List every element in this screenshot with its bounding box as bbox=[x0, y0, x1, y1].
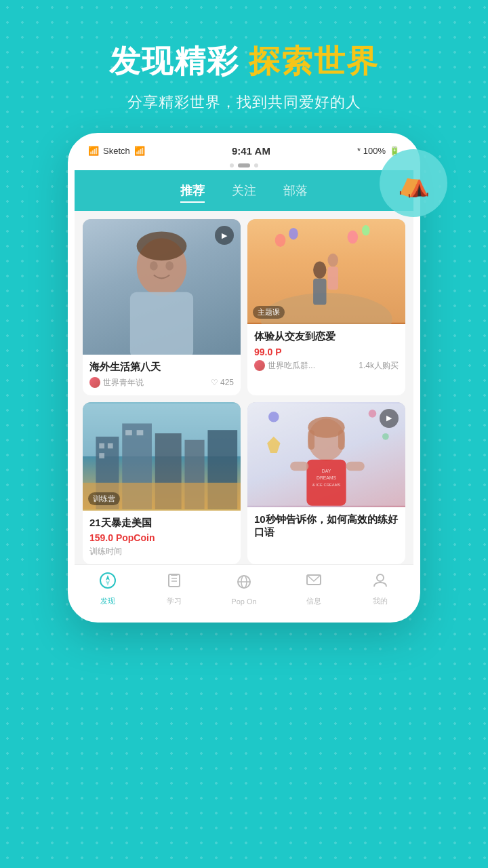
svg-rect-35 bbox=[338, 430, 345, 450]
scroll-indicator bbox=[75, 159, 413, 170]
svg-point-29 bbox=[369, 409, 377, 417]
app-tabs: 推荐 关注 部落 bbox=[75, 177, 413, 211]
phone-screen: 📶 Sketch 📶 9:41 AM * 100% 🔋 推荐 关注 部落 bbox=[68, 133, 420, 623]
nav-profile[interactable]: 我的 bbox=[371, 572, 389, 606]
svg-rect-25 bbox=[137, 430, 144, 435]
svg-point-30 bbox=[382, 433, 389, 439]
signal-icon: 📶 bbox=[88, 146, 99, 156]
card-city-image: 训练营 bbox=[83, 402, 241, 511]
nav-discover-label: 发现 bbox=[100, 596, 115, 606]
status-left: 📶 Sketch 📶 bbox=[88, 146, 145, 156]
card-1-footer: 世界青年说 ♡ 425 bbox=[89, 377, 234, 389]
content-grid: ▶ 海外生活第八天 世界青年说 ♡ 425 bbox=[75, 211, 413, 564]
svg-rect-23 bbox=[99, 453, 104, 458]
header: 发现精彩 探索世界 分享精彩世界，找到共同爱好的人 bbox=[0, 0, 488, 133]
card-city[interactable]: 训练营 21天暴走美国 159.0 PopCoin 训练时间 bbox=[83, 402, 241, 565]
svg-text:DAY: DAY bbox=[322, 469, 331, 473]
app-header: 推荐 关注 部落 bbox=[75, 170, 413, 211]
play-button-4[interactable]: ▶ bbox=[380, 409, 399, 428]
header-title-white: 发现精彩 bbox=[109, 43, 239, 79]
nav-profile-label: 我的 bbox=[373, 596, 388, 606]
svg-rect-22 bbox=[108, 443, 113, 448]
nav-popon[interactable]: Pop On bbox=[231, 573, 256, 606]
svg-rect-38 bbox=[346, 461, 365, 471]
tab-tribe[interactable]: 部落 bbox=[283, 182, 308, 203]
avatar-2 bbox=[254, 360, 265, 371]
svg-rect-37 bbox=[290, 461, 308, 471]
svg-rect-21 bbox=[99, 443, 104, 448]
dot-2 bbox=[238, 163, 250, 167]
tag-badge-3: 训练营 bbox=[88, 492, 120, 505]
phone-mockup: 📶 Sketch 📶 9:41 AM * 100% 🔋 推荐 关注 部落 bbox=[68, 133, 420, 623]
card-3-title: 21天暴走美国 bbox=[89, 516, 234, 530]
message-icon bbox=[305, 572, 323, 593]
bottom-navigation: 发现 学习 bbox=[75, 564, 413, 616]
svg-point-6 bbox=[275, 234, 286, 247]
card-couple-image: 主题课 bbox=[247, 219, 405, 324]
wifi-icon: 📶 bbox=[134, 146, 145, 156]
username-2: 世界吃瓜群... bbox=[268, 360, 315, 372]
tab-follow[interactable]: 关注 bbox=[232, 182, 256, 203]
card-3-price: 159.0 PopCoin bbox=[89, 532, 234, 543]
float-camp-icon: ⛺ bbox=[380, 149, 447, 217]
buyers-2: 1.4k人购买 bbox=[359, 360, 399, 372]
svg-marker-43 bbox=[106, 575, 110, 580]
card-2-title: 体验从交友到恋爱 bbox=[254, 330, 399, 343]
card-1-likes: ♡ 425 bbox=[211, 378, 234, 387]
username-1: 世界青年说 bbox=[103, 377, 144, 389]
compass-icon bbox=[99, 572, 117, 593]
svg-point-11 bbox=[313, 261, 326, 278]
svg-text:& ICE CREAMS: & ICE CREAMS bbox=[312, 482, 341, 486]
card-kid[interactable]: DAY DREAMS & ICE CREAMS ▶ 10秒钟告诉你，如何高效的练… bbox=[247, 402, 405, 565]
card-3-footer: 训练时间 bbox=[89, 546, 234, 557]
card-3-user-label: 训练时间 bbox=[89, 546, 122, 557]
dot-1 bbox=[230, 163, 234, 167]
svg-rect-45 bbox=[169, 574, 180, 587]
card-couple[interactable]: 主题课 体验从交友到恋爱 99.0 P 世界吃瓜群... 1.4k人购买 bbox=[247, 219, 405, 395]
svg-point-8 bbox=[348, 231, 359, 243]
svg-rect-46 bbox=[171, 574, 178, 576]
svg-rect-14 bbox=[327, 267, 338, 290]
svg-rect-34 bbox=[308, 430, 314, 450]
play-button-1[interactable]: ▶ bbox=[215, 226, 234, 245]
card-1-user: 世界青年说 bbox=[89, 377, 144, 389]
tag-badge-2: 主题课 bbox=[253, 306, 285, 319]
card-2-body: 体验从交友到恋爱 99.0 P 世界吃瓜群... 1.4k人购买 bbox=[247, 324, 405, 378]
card-2-footer: 世界吃瓜群... 1.4k人购买 bbox=[254, 360, 399, 372]
card-4-body: 10秒钟告诉你，如何高效的练好口语 bbox=[247, 507, 405, 549]
carrier-label: Sketch bbox=[103, 146, 130, 156]
nav-discover[interactable]: 发现 bbox=[99, 572, 117, 606]
card-kid-image: DAY DREAMS & ICE CREAMS ▶ bbox=[247, 402, 405, 507]
svg-point-13 bbox=[327, 254, 338, 267]
avatar-1 bbox=[89, 377, 100, 388]
card-3-body: 21天暴走美国 159.0 PopCoin 训练时间 bbox=[83, 511, 241, 565]
header-subtitle: 分享精彩世界，找到共同爱好的人 bbox=[0, 92, 488, 113]
card-2-user: 世界吃瓜群... bbox=[254, 360, 315, 372]
svg-rect-1 bbox=[130, 292, 193, 355]
status-time: 9:41 AM bbox=[232, 145, 270, 157]
header-title-highlight: 探索世界 bbox=[249, 43, 379, 79]
card-person[interactable]: ▶ 海外生活第八天 世界青年说 ♡ 425 bbox=[83, 219, 241, 395]
tab-recommend[interactable]: 推荐 bbox=[180, 182, 205, 203]
svg-point-4 bbox=[137, 231, 187, 260]
svg-marker-44 bbox=[106, 580, 110, 586]
svg-text:DREAMS: DREAMS bbox=[317, 475, 336, 479]
nav-learn-label: 学习 bbox=[167, 596, 182, 606]
card-grid: ▶ 海外生活第八天 世界青年说 ♡ 425 bbox=[83, 219, 405, 564]
nav-message[interactable]: 信息 bbox=[305, 572, 323, 606]
likes-count-1: 425 bbox=[220, 378, 234, 387]
svg-point-28 bbox=[268, 411, 279, 422]
nav-popon-label: Pop On bbox=[231, 597, 256, 606]
card-4-title: 10秒钟告诉你，如何高效的练好口语 bbox=[254, 513, 399, 539]
svg-point-9 bbox=[362, 225, 370, 236]
svg-point-2 bbox=[150, 261, 158, 271]
card-2-price: 99.0 P bbox=[254, 347, 399, 357]
svg-point-53 bbox=[377, 574, 384, 581]
status-right: * 100% 🔋 bbox=[357, 146, 400, 156]
svg-point-7 bbox=[289, 228, 298, 239]
card-1-body: 海外生活第八天 世界青年说 ♡ 425 bbox=[83, 355, 241, 395]
svg-rect-24 bbox=[125, 430, 132, 435]
nav-message-label: 信息 bbox=[306, 596, 321, 606]
nav-learn[interactable]: 学习 bbox=[165, 572, 183, 606]
svg-rect-12 bbox=[313, 279, 326, 305]
